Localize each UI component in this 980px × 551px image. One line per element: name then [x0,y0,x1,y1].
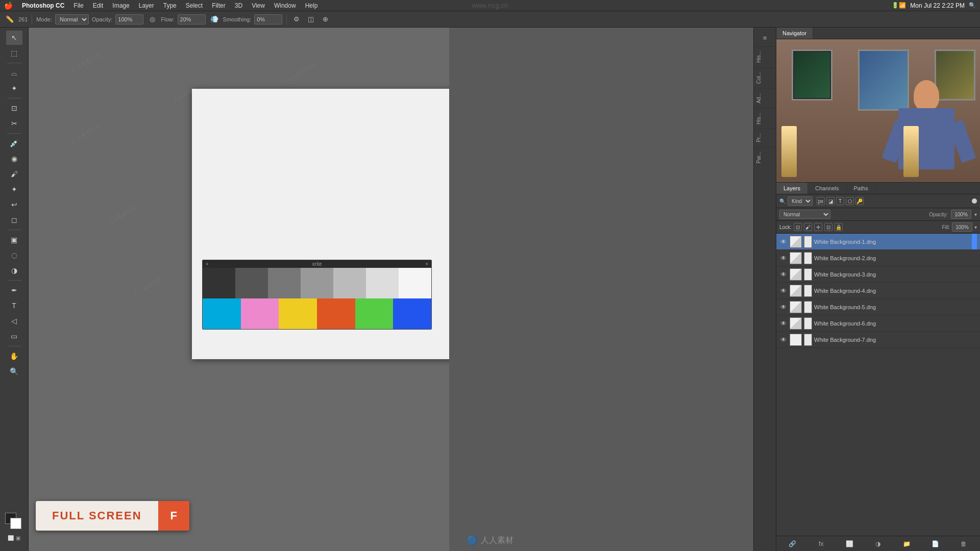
tab-channels[interactable]: Channels [808,183,846,194]
settings-icon[interactable]: ⚙ [291,14,302,25]
layer-visibility-5[interactable]: 👁 [779,303,788,311]
eyedropper-tool[interactable]: 💉 [6,136,22,151]
swatch-yellow[interactable] [279,298,317,329]
mini-panel-paragraph[interactable]: Par... [754,147,776,167]
marquee-tool[interactable]: ⬚ [6,46,22,60]
search-icon[interactable]: 🔍 [969,2,976,9]
menu-filter[interactable]: Filter [208,1,230,10]
apple-logo-icon[interactable]: 🍎 [4,2,13,10]
lock-position-icon[interactable]: ✛ [814,223,822,231]
navigator-tab[interactable]: Navigator [776,28,813,39]
filter-type-icon[interactable]: T [836,197,844,205]
menu-view[interactable]: View [248,1,269,10]
new-layer-icon[interactable]: 📄 [930,539,940,549]
eraser-tool[interactable]: ◻ [6,213,22,227]
layer-visibility-7[interactable]: 👁 [779,336,788,344]
filter-adjustment-icon[interactable]: ◪ [826,197,835,205]
quick-mask-icon[interactable]: ⬜ [8,535,14,541]
smoothing-input[interactable] [254,14,282,24]
mini-panel-properties[interactable]: Pr... [754,129,776,146]
shape-tool[interactable]: ▭ [6,329,22,343]
layer-row[interactable]: 👁 White Background-4.dng [776,283,980,299]
layer-visibility-2[interactable]: 👁 [779,254,788,262]
menu-image[interactable]: Image [108,1,133,10]
swatch-gray-2[interactable] [235,268,268,298]
edit-mode-icon[interactable]: ▣ [16,535,20,541]
layer-row[interactable]: 👁 White Background-5.dng [776,299,980,315]
swatch-gray-4[interactable] [301,268,333,298]
swatch-gray-5[interactable] [333,268,366,298]
history-brush-tool[interactable]: ↩ [6,197,22,212]
menu-window[interactable]: Window [270,1,300,10]
pen-tool[interactable]: ✒ [6,283,22,297]
swatch-gray-6[interactable] [366,268,399,298]
opacity-input[interactable] [115,14,143,24]
blur-tool[interactable]: ◌ [6,248,22,262]
tab-layers[interactable]: Layers [776,183,808,194]
brush-tool[interactable]: 🖌 [6,167,22,181]
menu-3d[interactable]: 3D [231,1,247,10]
swatch-gray-7[interactable] [399,268,431,298]
swatch-gray-3[interactable] [268,268,301,298]
layer-visibility-4[interactable]: 👁 [779,287,788,295]
slice-tool[interactable]: ✂ [6,116,22,131]
flow-input[interactable] [178,14,206,24]
layer-name-7[interactable]: White Background-7.dng [814,337,977,343]
spot-heal-tool[interactable]: ◉ [6,152,22,166]
fill-input[interactable] [952,222,972,232]
tab-paths[interactable]: Paths [847,183,876,194]
layer-visibility-6[interactable]: 👁 [779,319,788,328]
hand-tool[interactable]: ✋ [6,349,22,363]
add-mask-icon[interactable]: ⬜ [845,539,855,549]
layer-name-3[interactable]: White Background-3.dng [814,271,977,278]
move-tool[interactable]: ↖ [6,31,22,45]
lock-transparency-icon[interactable]: ⊡ [794,223,802,231]
filter-pixel-icon[interactable]: px [817,197,825,205]
layer-visibility-3[interactable]: 👁 [779,270,788,279]
background-color[interactable] [10,518,21,529]
layer-row[interactable]: 👁 White Background-3.dng [776,266,980,283]
swatch-green[interactable] [355,298,394,329]
opacity-blend-input[interactable] [951,210,971,219]
palette-minimize-icon[interactable]: × [425,261,428,267]
clone-tool[interactable]: ✦ [6,182,22,196]
layer-name-6[interactable]: White Background-6.dng [814,320,977,327]
swatch-gray-1[interactable] [203,268,235,298]
opacity-arrow-icon[interactable]: ▾ [974,212,977,217]
menu-select[interactable]: Select [182,1,207,10]
mini-panel-adjustments[interactable]: Ad... [754,88,776,108]
lock-image-icon[interactable]: 🖌 [804,223,812,231]
lock-all-icon[interactable]: 🔒 [835,223,843,231]
filter-shape-icon[interactable]: ⬡ [846,197,854,205]
mini-panel-color[interactable]: Col... [754,67,776,88]
layer-row[interactable]: 👁 White Background-2.dng [776,250,980,266]
add-style-icon[interactable]: fx [816,539,826,549]
layer-row[interactable]: 👁 White Background-6.dng [776,315,980,332]
new-group-icon[interactable]: 📁 [901,539,912,549]
mini-panel-toggle[interactable]: ≡ [757,30,773,46]
blend-mode-select[interactable]: Normal [779,210,830,219]
color-palette-panel[interactable]: + xrite × [202,260,432,330]
layer-name-5[interactable]: White Background-5.dng [814,304,977,310]
layer-row[interactable]: 👁 White Background-1.dng [776,234,980,250]
menu-type[interactable]: Type [159,1,181,10]
swatch-blue[interactable] [393,298,431,329]
magic-wand-tool[interactable]: ✦ [6,81,22,95]
brush-tool-icon[interactable]: ✏️ [4,14,15,25]
angle-icon[interactable]: ◫ [305,14,316,25]
swatch-pink[interactable] [241,298,279,329]
menu-help[interactable]: Help [301,1,322,10]
path-select-tool[interactable]: ◁ [6,314,22,328]
dodge-tool[interactable]: ◑ [6,263,22,278]
gradient-tool[interactable]: ▣ [6,233,22,247]
filter-smart-icon[interactable]: 🔑 [855,197,864,205]
layer-visibility-1[interactable]: 👁 [779,238,788,246]
app-name[interactable]: Photoshop CC [18,1,68,10]
zoom-tool[interactable]: 🔍 [6,364,22,379]
layer-name-4[interactable]: White Background-4.dng [814,288,977,294]
lock-artboard-icon[interactable]: ⊡ [824,223,832,231]
layer-row[interactable]: 👁 White Background-7.dng [776,332,980,348]
delete-layer-icon[interactable]: 🗑 [959,539,969,549]
link-layers-icon[interactable]: 🔗 [788,539,798,549]
symmetry-icon[interactable]: ⊕ [320,14,331,25]
